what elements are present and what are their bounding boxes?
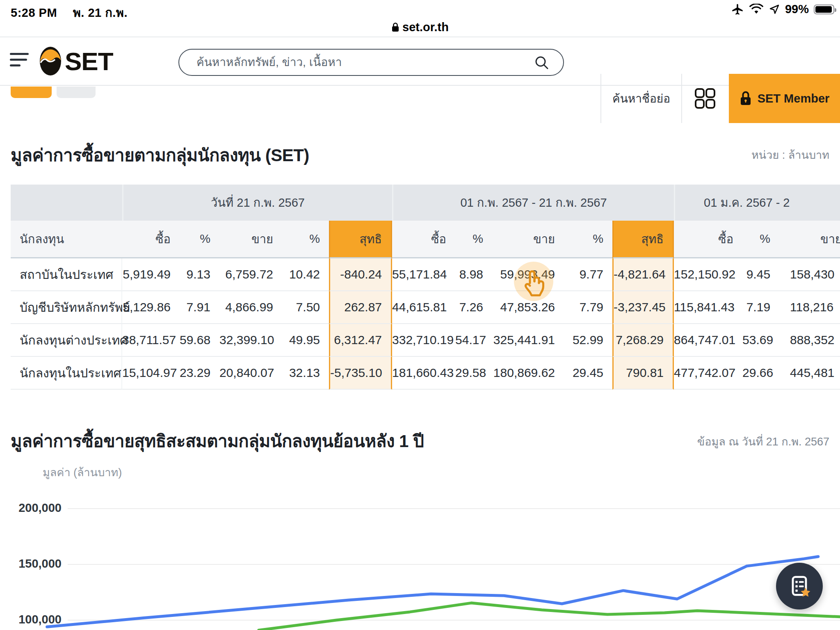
cell-sell: 6,759.72 — [219, 258, 282, 291]
grid-apps-icon[interactable] — [692, 86, 718, 111]
cell-sell: 445,481 — [779, 357, 840, 390]
cell-sell-pct: 32.13 — [282, 357, 329, 390]
investor-table-container[interactable]: วันที่ 21 ก.พ. 2567 01 ก.พ. 2567 - 21 ก.… — [11, 185, 840, 390]
cell-sell: 180,869.62 — [492, 357, 564, 390]
airplane-icon — [731, 3, 744, 16]
cell-sell-pct: 49.95 — [282, 324, 329, 357]
cell-net: -5,735.10 — [329, 357, 392, 390]
search-icon[interactable] — [534, 55, 549, 70]
cell-buy-pct: 54.17 — [455, 324, 492, 357]
section2-title: มูลค่าการซื้อขายสุทธิสะสมตามกลุ่มนักลงทุ… — [11, 427, 424, 454]
battery-percent: 99% — [785, 2, 809, 16]
search-input[interactable] — [178, 49, 564, 76]
report-star-icon — [786, 573, 813, 599]
report-fab-button[interactable] — [776, 563, 823, 609]
table-group-header-row: วันที่ 21 ก.พ. 2567 01 ก.พ. 2567 - 21 ก.… — [11, 185, 840, 221]
cell-net: -3,237.45 — [612, 291, 674, 324]
group-header-mtd: 01 ก.พ. 2567 - 21 ก.พ. 2567 — [392, 185, 674, 221]
col-header-net: สุทธิ — [329, 221, 392, 258]
series-blue — [47, 557, 818, 627]
cell-buy: 152,150.92 — [674, 258, 742, 291]
hamburger-menu-icon[interactable] — [10, 53, 30, 71]
cell-sell: 325,441.91 — [492, 324, 564, 357]
status-bar: 5:28 PM พ. 21 ก.พ. 99% — [0, 0, 840, 18]
group-header-empty — [11, 185, 122, 221]
cell-sell-pct: 9.77 — [564, 258, 612, 291]
cell-sell: 4,866.99 — [219, 291, 282, 324]
ticker-lookup-link[interactable]: ค้นหาชื่อย่อ — [601, 74, 681, 123]
cell-buy: 44,615.81 — [392, 291, 455, 324]
cell-sell: 158,430 — [779, 258, 840, 291]
tab-remnant-inactive[interactable] — [57, 87, 96, 98]
set-logo-text: SET — [65, 47, 113, 76]
unit-note: หน่วย : ล้านบาท — [751, 146, 829, 164]
url-text: set.or.th — [402, 21, 449, 34]
wifi-icon — [749, 4, 764, 15]
table-row: นักลงทุนต่างประเทศ 38,711.57 59.68 32,39… — [11, 324, 840, 357]
cell-buy-pct: 53.69 — [742, 324, 779, 357]
cell-buy-pct: 29.58 — [455, 357, 492, 390]
series-green — [259, 603, 840, 630]
group-header-ytd: 01 ม.ค. 2567 - 2 — [674, 185, 840, 221]
cell-buy-pct: 7.26 — [455, 291, 492, 324]
table-subheader-row: นักลงทุน ซื้อ % ขาย % สุทธิ ซื้อ % ขาย %… — [11, 221, 840, 258]
cell-buy: 477,742.07 — [674, 357, 742, 390]
cell-net: -840.24 — [329, 258, 392, 291]
cell-sell: 20,840.07 — [219, 357, 282, 390]
col-header-buy-pct: % — [455, 221, 492, 258]
col-header-sell-pct: % — [564, 221, 612, 258]
cell-sell-pct: 7.79 — [564, 291, 612, 324]
cell-sell: 888,352 — [779, 324, 840, 357]
cell-buy-pct: 9.45 — [742, 258, 779, 291]
set-member-button[interactable]: SET Member — [729, 74, 840, 123]
cell-net: 790.81 — [612, 357, 674, 390]
tab-remnant-active[interactable] — [11, 87, 52, 98]
cell-buy-pct: 7.19 — [742, 291, 779, 324]
as-of-note: ข้อมูล ณ วันที่ 21 ก.พ. 2567 — [697, 433, 829, 450]
cell-buy: 55,171.84 — [392, 258, 455, 291]
investor-name: สถาบันในประเทศ — [11, 258, 122, 291]
set-logo-mark — [39, 46, 62, 76]
line-chart — [0, 451, 840, 630]
set-logo[interactable]: SET — [39, 46, 113, 76]
col-header-buy: ซื้อ — [122, 221, 180, 258]
search-box — [178, 49, 564, 76]
cell-buy: 864,747.01 — [674, 324, 742, 357]
cell-net: 262.87 — [329, 291, 392, 324]
clock: 5:28 PM — [11, 6, 57, 19]
member-button-label: SET Member — [758, 92, 830, 105]
status-right: 99% — [731, 2, 834, 16]
location-arrow-icon — [769, 4, 780, 15]
investor-name: นักลงทุนในประเทศ — [11, 357, 122, 390]
col-header-buy: ซื้อ — [392, 221, 455, 258]
col-header-buy-pct: % — [742, 221, 779, 258]
col-header-sell: ขาย — [779, 221, 840, 258]
cell-sell: 118,216 — [779, 291, 840, 324]
cell-buy: 5,919.49 — [122, 258, 180, 291]
lock-icon — [391, 22, 399, 32]
cell-net: 7,268.29 — [612, 324, 674, 357]
url-bar[interactable]: set.or.th — [0, 18, 840, 36]
cell-buy-pct: 8.98 — [455, 258, 492, 291]
investor-table: วันที่ 21 ก.พ. 2567 01 ก.พ. 2567 - 21 ก.… — [11, 185, 840, 390]
header-divider — [681, 74, 682, 123]
section1-title: มูลค่าการซื้อขายตามกลุ่มนักลงทุน (SET) — [11, 142, 309, 169]
cell-sell: 32,399.10 — [219, 324, 282, 357]
tap-hand-icon — [521, 268, 547, 297]
site-header: SET ค้นหาชื่อย่อ SET Member — [0, 37, 840, 86]
cell-sell-pct: 10.42 — [282, 258, 329, 291]
battery-icon — [814, 5, 834, 14]
cell-buy: 38,711.57 — [122, 324, 180, 357]
table-row: นักลงทุนในประเทศ 15,104.97 23.29 20,840.… — [11, 357, 840, 390]
cell-buy: 181,660.43 — [392, 357, 455, 390]
cell-buy: 332,710.19 — [392, 324, 455, 357]
cell-buy-pct: 7.91 — [180, 291, 219, 324]
cell-sell-pct: 29.45 — [564, 357, 612, 390]
cell-buy-pct: 23.29 — [180, 357, 219, 390]
table-row: บัญชีบริษัทหลักทรัพย์ 5,129.86 7.91 4,86… — [11, 291, 840, 324]
member-lock-icon — [740, 91, 752, 106]
cell-buy-pct: 59.68 — [180, 324, 219, 357]
cell-net: -4,821.64 — [612, 258, 674, 291]
safari-page: 5:28 PM พ. 21 ก.พ. 99% set.or.th SET — [0, 0, 840, 630]
cell-buy: 15,104.97 — [122, 357, 180, 390]
